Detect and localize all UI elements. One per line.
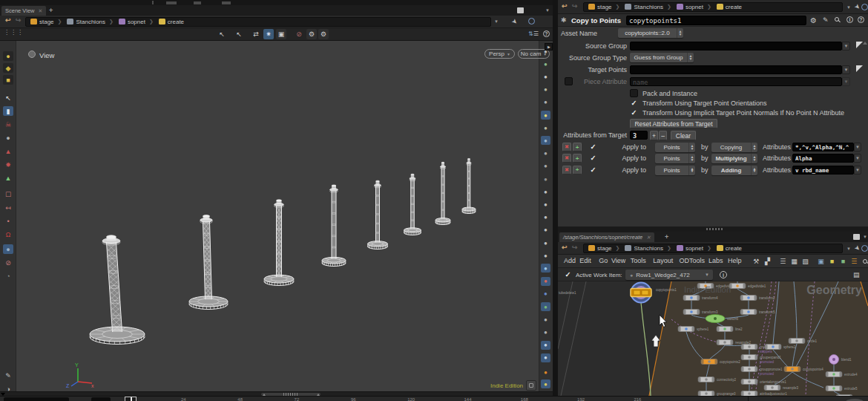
pack-instance-checkbox[interactable] <box>630 89 638 97</box>
hierarchy-icon[interactable]: ▞ <box>763 257 772 266</box>
params-link-icon[interactable] <box>861 4 868 10</box>
apply-mode-dropdown[interactable]: Multiplying▲▼ <box>711 154 757 163</box>
brush-icon[interactable]: ✎ <box>823 16 829 24</box>
delete-row-button[interactable]: ✖ <box>562 143 571 151</box>
network-path-dropdown-icon[interactable]: ▼ <box>846 247 851 251</box>
menu-help[interactable]: Help <box>728 257 742 264</box>
horizontal-splitter[interactable] <box>558 226 868 232</box>
params-scroll-up-icon[interactable] <box>863 42 867 45</box>
menu-go[interactable]: Go <box>599 257 608 264</box>
apply-target-dropdown[interactable]: Points▲▼ <box>655 154 695 163</box>
handles-icon[interactable]: ⇄ <box>251 29 261 39</box>
clear-attrs-button[interactable]: Clear <box>671 131 696 140</box>
xform-implicit-checkbox[interactable] <box>630 108 638 117</box>
apply-mode-dropdown[interactable]: Copying▲▼ <box>711 143 757 152</box>
breadcrumb-item-create[interactable]: create <box>726 245 742 252</box>
breadcrumb-item-Stanchions[interactable]: Stanchions <box>634 245 663 252</box>
breadcrumb-item-stage[interactable]: stage <box>597 245 612 252</box>
persp-button[interactable]: Persp▼ <box>484 49 515 59</box>
grid-a-icon[interactable]: ▦ <box>789 257 799 266</box>
attributes-field[interactable]: *,^v,^Alpha,^N,^ <box>792 143 854 151</box>
network-close-tab-icon[interactable]: ✕ <box>646 235 651 241</box>
piece-attribute-menu-icon[interactable]: ▼ <box>842 77 850 86</box>
work-item-info-icon[interactable]: i <box>720 271 727 278</box>
apply-mode-dropdown[interactable]: Adding▲▼ <box>711 166 757 175</box>
close-tab-icon[interactable]: ✕ <box>38 8 42 14</box>
menu-labs[interactable]: Labs <box>708 257 723 264</box>
work-item-list-icon[interactable]: ▤ <box>853 271 860 278</box>
menu-tools[interactable]: Tools <box>631 257 646 264</box>
node-name-field[interactable]: copytopoints1 <box>626 16 806 25</box>
delete-row-button[interactable]: ✖ <box>562 166 571 175</box>
params-forward-icon[interactable]: ↪ <box>572 2 578 10</box>
note-icon[interactable]: ■ <box>827 257 837 266</box>
params-help-icon[interactable]: ? <box>858 16 864 23</box>
image-icon[interactable]: ▣ <box>816 257 826 266</box>
attributes-menu-icon[interactable]: ▼ <box>854 143 861 151</box>
params-breadcrumb[interactable]: stage❯Stanchions❯sopnet❯create <box>583 2 843 12</box>
attributes-menu-icon[interactable]: ▼ <box>854 166 861 175</box>
playbar[interactable]: 24487296120144168192216 <box>0 396 868 401</box>
grid-b-icon[interactable]: ▧ <box>800 257 810 266</box>
link-icon[interactable] <box>528 18 535 25</box>
pin-icon[interactable]: ➤ <box>510 17 519 26</box>
network-breadcrumb[interactable]: stage❯Stanchions❯sopnet❯create <box>583 244 843 253</box>
network-back-icon[interactable]: ↩ <box>562 244 568 251</box>
apply-target-dropdown[interactable]: Points▲▼ <box>655 166 695 175</box>
select-geometry-icon[interactable]: ↖ <box>234 29 244 39</box>
list-icon[interactable]: ☰ <box>778 257 788 266</box>
insert-row-button[interactable]: + <box>573 154 582 163</box>
frame-icon[interactable]: ▣ <box>276 29 286 39</box>
breadcrumb-item-Stanchions[interactable]: Stanchions <box>76 19 105 25</box>
find-icon[interactable] <box>861 257 868 266</box>
pane-divider[interactable] <box>553 0 558 396</box>
active-work-item-checkbox[interactable] <box>564 270 572 278</box>
stowbar-expand-icon[interactable]: ▶ <box>545 43 553 50</box>
network-forward-icon[interactable]: ↪ <box>572 244 578 251</box>
path-dropdown-icon[interactable]: ▼ <box>494 19 499 24</box>
breadcrumb-item-sopnet[interactable]: sopnet <box>685 4 703 10</box>
attributes-field[interactable]: v rbd_name <box>792 166 854 175</box>
disable-icon[interactable]: ⊘ <box>294 29 304 39</box>
search-icon[interactable] <box>835 17 839 22</box>
breadcrumb-item-stage[interactable]: stage <box>39 19 54 25</box>
breadcrumb-item-create[interactable]: create <box>168 19 184 25</box>
breadcrumb[interactable]: stage❯Stanchions❯sopnet❯create <box>25 17 491 27</box>
source-group-type-dropdown[interactable]: Guess from Group▲▼ <box>630 53 694 62</box>
menu-odtools[interactable]: ODTools <box>679 257 705 264</box>
source-group-field[interactable] <box>630 42 842 50</box>
snap-multi-icon[interactable]: ✷ <box>263 29 274 39</box>
active-work-item-dropdown[interactable]: ●Row1_Wedge2_472▼ <box>625 270 713 280</box>
target-points-menu-icon[interactable]: ▼ <box>842 65 850 74</box>
menu-view[interactable]: View <box>611 257 625 264</box>
breadcrumb-item-sopnet[interactable]: sopnet <box>128 19 145 25</box>
breadcrumb-item-stage[interactable]: stage <box>597 4 612 10</box>
network-canvas[interactable]: edgedivide2edgedivide1transform4transfor… <box>558 281 868 396</box>
current-frame-marker[interactable] <box>125 397 137 401</box>
add-attr-button[interactable]: + <box>650 131 658 140</box>
help-icon[interactable]: ? <box>543 30 550 37</box>
network-pane-menu-icon[interactable]: ▼ <box>863 235 867 239</box>
stack-icon[interactable]: ☰ <box>849 257 859 266</box>
source-group-menu-icon[interactable]: ▼ <box>842 42 850 50</box>
apply-target-dropdown[interactable]: Points▲▼ <box>655 143 695 152</box>
network-tab[interactable]: /stage/Stanchions/sopnet/create✕ <box>559 232 654 242</box>
gear-menu-icon[interactable]: ⚙ <box>810 16 817 25</box>
menu-edit[interactable]: Edit <box>579 257 591 264</box>
target-points-jump-icon[interactable] <box>856 65 863 72</box>
settings-a-icon[interactable]: ⚙ <box>306 29 317 39</box>
source-group-jump-icon[interactable] <box>856 42 863 48</box>
params-path-dropdown-icon[interactable]: ▼ <box>846 5 851 10</box>
select-objects-icon[interactable]: ↖ <box>217 29 227 39</box>
forward-icon[interactable]: ↪ <box>16 16 22 24</box>
viewport-canvas[interactable]: xZY <box>0 41 553 391</box>
scene-view-tab[interactable]: Scene View✕ <box>1 6 46 16</box>
reset-attributes-button[interactable]: Reset Attributes from Target <box>630 119 717 128</box>
piece-attribute-field[interactable]: name <box>630 77 842 86</box>
xform-orient-checkbox[interactable] <box>630 99 638 107</box>
tools-icon[interactable]: ⚒ <box>752 257 761 266</box>
info-icon[interactable]: i <box>846 16 853 23</box>
menu-add[interactable]: Add <box>564 257 576 264</box>
remove-attr-button[interactable]: – <box>659 131 667 140</box>
folder-add-icon[interactable]: ■ <box>838 257 848 266</box>
